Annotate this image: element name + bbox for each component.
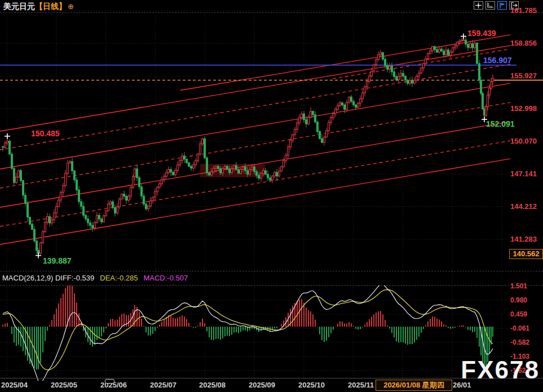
watermark: FX678 [461, 356, 540, 384]
flag-tool-button[interactable] [497, 1, 507, 10]
crosshair-date-box: 2026/01/08 星期四 [376, 380, 452, 391]
macd-axis-label: 0.980 [510, 296, 543, 304]
macd-axis-label: -0.061 [510, 324, 543, 332]
instrument-title: 美元日元 [3, 2, 35, 11]
add-indicator-icon[interactable]: ⊕ [68, 2, 74, 11]
chart-canvas[interactable] [0, 0, 543, 392]
price-axis-label: 155.927 [510, 72, 543, 80]
price-axis-label: 161.785 [510, 6, 543, 15]
macd-params-diff: MACD(26,12,9) DIFF:-0.539 [2, 274, 94, 282]
macd-axis-label: 1.501 [510, 282, 543, 290]
trend-channel-lines [0, 35, 510, 244]
swing-high-label-1: 150.485 [31, 129, 60, 138]
price-axis-label: 158.856 [510, 39, 543, 47]
move-icon [475, 2, 482, 8]
page-title: 美元日元【日线】⊕ [3, 2, 74, 12]
price-axis-label: 152.998 [510, 104, 543, 113]
price-axis-label: 147.141 [510, 170, 543, 178]
scrollbar-thumb[interactable] [105, 379, 114, 384]
macd-dea-value: DEA:-0.285 [100, 274, 138, 282]
time-axis-label: 2025/05 [51, 381, 77, 389]
timeframe-label: 【日线】 [35, 2, 67, 11]
swing-markers [5, 33, 487, 258]
panel-divider-top [0, 271, 543, 271]
time-axis-label: 2025/07 [150, 381, 176, 389]
swing-high-label-2: 159.439 [467, 29, 496, 38]
price-axis-label: 144.212 [510, 202, 543, 211]
swing-low-label-2: 152.091 [486, 119, 515, 128]
panel-divider-macd [0, 285, 543, 286]
axis-scale-tool-button[interactable] [485, 1, 495, 10]
swing-low-label-1: 139.887 [43, 256, 72, 265]
candlesticks [2, 37, 494, 255]
time-axis-label: 2025/04 [1, 381, 28, 389]
blue-level-label: 156.907 [483, 56, 512, 65]
time-axis-label: 2025/11 [348, 381, 374, 389]
macd-hist-value: MACD:-0.507 [143, 274, 188, 282]
macd-histogram [3, 282, 493, 370]
time-axis-label: 2025/10 [298, 381, 325, 389]
time-axis-label: 2025/09 [249, 381, 275, 389]
header-bar: 美元日元【日线】⊕ [0, 0, 543, 13]
macd-header: MACD(26,12,9) DIFF:-0.539DEA:-0.285MACD:… [2, 274, 188, 282]
axis-scale-icon [487, 2, 494, 8]
crosshair-price-box: 140.562 [509, 249, 543, 259]
time-axis-label: 2025/08 [199, 381, 226, 389]
price-axis-label: 141.283 [510, 235, 543, 243]
macd-axis-label: 0.459 [510, 310, 543, 318]
fx-chart-app: 美元日元【日线】⊕ 161.785158.856155.927152.99815… [0, 0, 543, 392]
move-tool-button[interactable] [474, 1, 483, 10]
price-axis-label: 150.070 [510, 137, 543, 145]
macd-axis-label: -0.582 [510, 338, 543, 346]
flag-icon [498, 2, 506, 8]
